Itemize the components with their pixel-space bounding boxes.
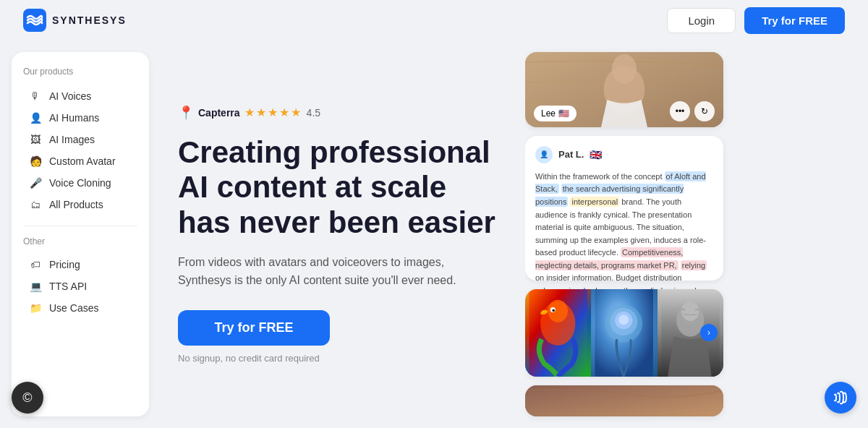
capterra-stars: ★★★★★ (244, 106, 302, 119)
sidebar-label-all-products: All Products (49, 199, 103, 210)
briefcase-icon: 📁 (29, 302, 42, 314)
card-images: › (525, 289, 723, 377)
editor-flag: 🇬🇧 (590, 149, 602, 160)
parrot-svg (525, 289, 591, 377)
sidebar-label-ai-voices: AI Voices (49, 90, 91, 102)
login-button[interactable]: Login (667, 8, 736, 33)
no-signup-text: No signup, no credit card required (178, 353, 502, 364)
capterra-icon: 📍 (178, 105, 194, 121)
logo: SYNTHESYS (23, 9, 127, 32)
editor-avatar-icon: 👤 (540, 150, 548, 158)
person-flag: 🇺🇸 (558, 108, 569, 119)
sound-wave-icon (832, 389, 849, 406)
chatbot-icon: © (22, 390, 32, 406)
person-info: Lee 🇺🇸 (534, 106, 576, 121)
hero-cta-button[interactable]: Try for FREE (178, 310, 330, 346)
brand-name: SYNTHESYS (52, 14, 127, 26)
person-name: Lee (541, 108, 556, 119)
highlight-competitiveness: Competitiveness, neglecting details, pro… (535, 247, 683, 270)
hero-title: Creating professionalAI content at scale… (178, 135, 502, 240)
hero-section: 📍 Capterra ★★★★★ 4.5 Creating profession… (149, 40, 525, 428)
capterra-name: Capterra (198, 107, 240, 119)
sidebar-item-voice-cloning[interactable]: 🎤 Voice Cloning (23, 172, 137, 194)
sidebar-label-tts-api: TTS API (49, 281, 87, 292)
voice-clone-icon: 🎤 (29, 177, 42, 189)
right-panel: Lee 🇺🇸 ••• ↻ 👤 Pat L. 🇬🇧 With (525, 40, 735, 428)
try-free-button[interactable]: Try for FREE (744, 7, 845, 34)
chatbot-bubble[interactable]: © (12, 382, 43, 414)
sidebar-label-pricing: Pricing (49, 259, 80, 270)
images-next-button[interactable]: › (700, 324, 718, 341)
capterra-row: 📍 Capterra ★★★★★ 4.5 (178, 105, 502, 121)
sidebar-label-use-cases: Use Cases (49, 302, 98, 314)
main-content: Our products 🎙 AI Voices 👤 AI Humans 🖼 A… (0, 0, 868, 428)
sidebar-item-pricing[interactable]: 🏷 Pricing (23, 254, 137, 275)
svg-point-16 (681, 301, 699, 321)
terminal-icon: 💻 (29, 281, 42, 292)
capterra-score: 4.5 (307, 107, 320, 119)
sidebar-item-ai-images[interactable]: 🖼 AI Images (23, 129, 137, 150)
rose-svg (591, 289, 657, 377)
person-image: Lee 🇺🇸 ••• ↻ (525, 52, 723, 127)
folder-icon: 🗂 (29, 199, 42, 210)
navbar: SYNTHESYS Login Try for FREE (0, 0, 868, 40)
image-rose (591, 289, 657, 377)
bottom-card-svg (525, 385, 723, 416)
person-name-badge: Lee 🇺🇸 (534, 106, 576, 121)
sidebar: Our products 🎙 AI Voices 👤 AI Humans 🖼 A… (12, 52, 149, 416)
mic-icon: 🎙 (29, 90, 42, 102)
person-ctrl-refresh[interactable]: ↻ (694, 101, 715, 121)
sidebar-label-voice-cloning: Voice Cloning (49, 177, 111, 189)
svg-point-3 (612, 54, 637, 85)
image-icon: 🖼 (29, 134, 42, 145)
sidebar-item-use-cases[interactable]: 📁 Use Cases (23, 297, 137, 319)
sidebar-label-custom-avatar: Custom Avatar (49, 155, 116, 167)
card-bottom-partial (525, 385, 723, 416)
editor-user-row: 👤 Pat L. 🇬🇧 (535, 146, 713, 163)
sidebar-item-ai-humans[interactable]: 👤 AI Humans (23, 107, 137, 129)
human-icon: 👤 (29, 112, 42, 124)
sidebar-label-ai-humans: AI Humans (49, 112, 99, 124)
synthesys-logo-icon (23, 9, 46, 32)
sidebar-item-all-products[interactable]: 🗂 All Products (23, 194, 137, 215)
sidebar-item-ai-voices[interactable]: 🎙 AI Voices (23, 85, 137, 107)
person-controls: ••• ↻ (670, 101, 715, 121)
nav-actions: Login Try for FREE (667, 7, 845, 34)
editor-avatar: 👤 (535, 146, 553, 163)
sound-bubble[interactable] (825, 382, 856, 414)
highlight-relying: relying (681, 260, 707, 270)
person-ctrl-dots[interactable]: ••• (670, 101, 690, 121)
sidebar-section-other-label: Other (23, 236, 137, 247)
svg-point-8 (552, 309, 554, 311)
svg-point-13 (619, 314, 629, 325)
editor-username: Pat L. (558, 149, 584, 160)
sidebar-item-tts-api[interactable]: 💻 TTS API (23, 275, 137, 297)
sidebar-item-custom-avatar[interactable]: 🧑 Custom Avatar (23, 150, 137, 172)
highlight-orange: interpersonal (570, 197, 619, 207)
sidebar-divider (23, 226, 137, 226)
card-editor: 👤 Pat L. 🇬🇧 Within the framework of the … (525, 136, 723, 281)
hero-subtitle: From videos with avatars and voiceovers … (178, 253, 482, 290)
avatar-icon: 🧑 (29, 155, 42, 167)
sidebar-section-products-label: Our products (23, 67, 137, 77)
hero-title-line1: Creating professionalAI content at scale… (178, 135, 495, 239)
sidebar-label-ai-images: AI Images (49, 134, 95, 145)
card-person: Lee 🇺🇸 ••• ↻ (525, 52, 723, 127)
tag-icon: 🏷 (29, 259, 42, 270)
image-parrot (525, 289, 591, 377)
